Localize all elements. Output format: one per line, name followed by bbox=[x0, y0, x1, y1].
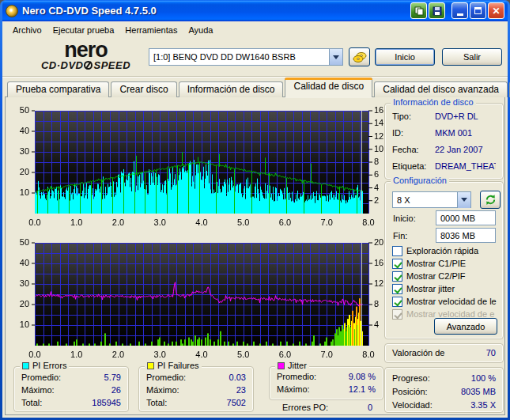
pi-failures-group: PI Failures Promedio:0.03 Máximo:23 Tota… bbox=[138, 366, 254, 412]
disc-id-value: MKM 001 bbox=[435, 128, 496, 138]
tab-prueba-comparativa[interactable]: Prueba comparativa bbox=[7, 81, 109, 97]
pie-avg-value: 5.79 bbox=[104, 373, 121, 382]
pi-errors-speed-chart bbox=[6, 107, 384, 229]
disc-id-label: ID: bbox=[392, 128, 430, 138]
pie-avg-label: Promedio: bbox=[21, 373, 61, 382]
app-icon bbox=[6, 5, 18, 17]
checkbox-exploracion-rapida[interactable]: Exploración rápida bbox=[392, 245, 500, 256]
tab-crear-disco[interactable]: Crear disco bbox=[111, 81, 176, 97]
checkbox-label: Mostrar C1/PIE bbox=[406, 259, 466, 268]
position-label: Posición: bbox=[392, 387, 428, 396]
checkbox-mostrar-jitter[interactable]: Mostrar jitter bbox=[392, 283, 500, 294]
jitter-max-value: 12.1 % bbox=[349, 384, 376, 394]
jitter-title: Jitter bbox=[275, 361, 309, 370]
pi-failures-title: PI Failures bbox=[145, 361, 202, 370]
disc-icon bbox=[84, 61, 93, 70]
eject-disc-button[interactable] bbox=[349, 47, 370, 66]
end-mb-field[interactable]: 8036 MB bbox=[436, 228, 496, 243]
jitter-color-swatch bbox=[278, 362, 285, 369]
checkbox-mostrar-c1-pie[interactable]: Mostrar C1/PIE bbox=[392, 258, 500, 269]
start-button[interactable]: Inicio bbox=[375, 48, 435, 66]
pi-errors-group: PI Errors Promedio:5.79 Máximo:26 Total:… bbox=[13, 366, 129, 412]
pif-avg-value: 0.03 bbox=[229, 373, 246, 382]
titlebar: Nero CD-DVD Speed 4.7.5.0 ✕ bbox=[2, 0, 508, 21]
menu-herramientas[interactable]: Herramientas bbox=[119, 23, 183, 37]
disc-info-group: Información de disco Tipo:DVD+R DL ID:MK… bbox=[384, 103, 504, 180]
minimize-icon bbox=[457, 13, 463, 16]
menu-ayuda[interactable]: Ayuda bbox=[183, 23, 218, 37]
save-button[interactable] bbox=[429, 2, 445, 19]
header: nero CD·DVD SPEED [1:0] BENQ DVD DD DW16… bbox=[2, 38, 508, 77]
disc-info-title: Información de disco bbox=[391, 97, 476, 107]
pi-errors-title: PI Errors bbox=[20, 361, 69, 370]
maximize-icon bbox=[474, 7, 482, 14]
quality-rating-label: Valoración de bbox=[392, 348, 444, 358]
quality-rating-value: 70 bbox=[486, 348, 496, 358]
disc-type-label: Tipo: bbox=[392, 112, 430, 121]
pie-total-value: 185945 bbox=[92, 398, 121, 407]
checkbox-mostrar-velocidad-lectura[interactable]: Mostrar velocidad de le bbox=[392, 296, 500, 307]
jitter-max-label: Máximo: bbox=[277, 384, 310, 394]
jitter-avg-label: Promedio: bbox=[277, 372, 316, 381]
progress-label: Progreso: bbox=[392, 373, 430, 383]
window-title: Nero CD-DVD Speed 4.7.5.0 bbox=[22, 5, 409, 17]
nero-logo: nero CD·DVD SPEED bbox=[25, 40, 147, 71]
progress-value: 100 % bbox=[471, 373, 496, 383]
quality-rating-group: Valoración de 70 bbox=[384, 343, 504, 363]
po-errors-value: 0 bbox=[368, 403, 372, 412]
checkbox-icon[interactable] bbox=[392, 259, 402, 269]
disc-label-value: DREAM_THEAT bbox=[435, 161, 496, 171]
chevron-down-icon[interactable] bbox=[329, 49, 342, 65]
disc-type-value: DVD+R DL bbox=[435, 112, 496, 121]
pi-failures-jitter-chart bbox=[6, 239, 384, 361]
minimize-button[interactable] bbox=[451, 2, 468, 19]
pif-total-label: Total: bbox=[146, 398, 167, 407]
close-button[interactable]: ✕ bbox=[488, 2, 504, 19]
copy-button[interactable] bbox=[410, 2, 427, 19]
pie-max-label: Máximo: bbox=[21, 385, 55, 395]
pi-failures-color-swatch bbox=[147, 362, 154, 369]
checkbox-icon[interactable] bbox=[392, 297, 402, 307]
exit-button[interactable]: Salir bbox=[442, 48, 502, 66]
pie-max-value: 26 bbox=[111, 385, 121, 395]
end-mb-label: Fin: bbox=[393, 231, 407, 240]
jitter-avg-value: 9.08 % bbox=[349, 372, 376, 381]
disc-label-label: Etiqueta: bbox=[392, 161, 430, 171]
po-errors-row: Errores PO: 0 bbox=[275, 403, 380, 412]
drive-select[interactable]: [1:0] BENQ DVD DD DW1640 BSRB bbox=[149, 48, 343, 66]
checkbox-label: Mostrar velocidad de le bbox=[406, 297, 497, 306]
checkbox-icon[interactable] bbox=[392, 284, 402, 294]
pi-errors-title-text: PI Errors bbox=[32, 361, 66, 370]
refresh-button[interactable] bbox=[480, 191, 501, 209]
checkbox-icon[interactable] bbox=[392, 271, 402, 282]
pif-max-value: 23 bbox=[236, 385, 246, 395]
checkbox-icon bbox=[392, 309, 402, 320]
refresh-icon bbox=[485, 194, 497, 206]
menu-ejecutar-prueba[interactable]: Ejecutar prueba bbox=[47, 23, 120, 37]
tab-calidad-de-disco[interactable]: Calidad de disco bbox=[285, 78, 372, 97]
checkbox-icon[interactable] bbox=[392, 246, 402, 256]
pie-total-label: Total: bbox=[21, 398, 42, 407]
tab-informacion-de-disco[interactable]: Información de disco bbox=[179, 81, 284, 97]
pif-max-label: Máximo: bbox=[146, 385, 179, 395]
logo-name: nero bbox=[25, 40, 147, 59]
jitter-title-text: Jitter bbox=[288, 361, 307, 370]
speed-select-value: 8 X bbox=[393, 195, 457, 205]
checkbox-label: Mostrar C2/PIF bbox=[406, 271, 466, 281]
maximize-button[interactable] bbox=[470, 2, 486, 19]
disc-date-value: 22 Jan 2007 bbox=[435, 145, 496, 154]
checkbox-mostrar-c2-pif[interactable]: Mostrar C2/PIF bbox=[392, 271, 500, 282]
advanced-button[interactable]: Avanzado bbox=[434, 318, 497, 335]
copy-icon bbox=[414, 6, 424, 16]
pi-failures-title-text: PI Failures bbox=[157, 361, 199, 370]
tab-calidad-del-disco-avanzada[interactable]: Calidad del disco avanzada bbox=[374, 81, 508, 97]
checkbox-label: Mostrar jitter bbox=[406, 284, 455, 293]
pi-errors-color-swatch bbox=[22, 362, 29, 369]
chevron-down-icon[interactable] bbox=[457, 192, 470, 208]
speed-label: Velocidad: bbox=[392, 400, 433, 410]
logo-sub-right: SPEED bbox=[93, 59, 130, 71]
speed-select[interactable]: 8 X bbox=[392, 191, 471, 208]
menu-archivo[interactable]: Archivo bbox=[7, 23, 47, 37]
logo-subtitle: CD·DVD SPEED bbox=[25, 59, 147, 71]
start-mb-field[interactable]: 0000 MB bbox=[436, 210, 496, 225]
